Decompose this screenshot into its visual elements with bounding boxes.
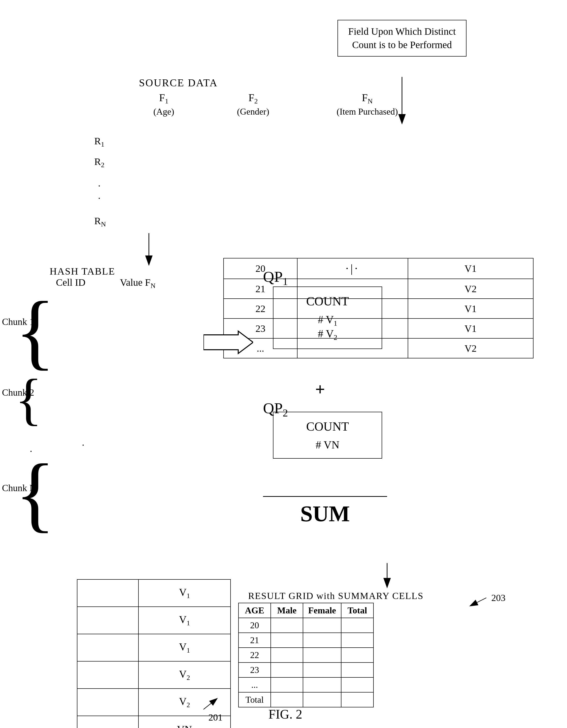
result-header-male: Male (271, 603, 303, 618)
qp2-count: COUNT (281, 419, 374, 434)
hash-table-label: HASH TABLE (50, 265, 115, 277)
hash-cellid-6 (77, 716, 138, 728)
hash-row-4: V2 (77, 661, 230, 689)
row-label-dot2: . (98, 190, 100, 201)
svg-marker-6 (203, 331, 253, 353)
hash-row-2: V1 (77, 607, 230, 634)
annotation-203: 203 (491, 592, 505, 603)
result-row-total: Total (238, 692, 374, 707)
result-female-dots (303, 677, 341, 692)
hash-col-value: Value FN (103, 277, 172, 290)
hash-table: V1 V1 V1 V2 V2 VN (77, 579, 231, 728)
field-box: Field Upon Which Distinct Count is to be… (338, 20, 467, 57)
result-row-dots: ... (238, 677, 374, 692)
diagram-container: Field Upon Which Distinct Count is to be… (0, 0, 567, 728)
result-header-age: AGE (238, 603, 271, 618)
chunk-dot: . (82, 437, 84, 448)
result-age-total: Total (238, 692, 271, 707)
result-female-21 (303, 633, 341, 648)
result-row-21: 21 (238, 633, 374, 648)
result-header-row: AGE Male Female Total (238, 603, 374, 618)
col-header-f2: F2 (Gender) (201, 92, 305, 117)
plus-sign: + (315, 380, 325, 399)
result-header-female: Female (303, 603, 341, 618)
col-header-f1: F1 (Age) (126, 92, 201, 117)
hash-row-5: V2 (77, 689, 230, 716)
qp1-label: QP1 (263, 268, 288, 287)
column-headers: F1 (Age) F2 (Gender) FN (Item Purchased) (126, 92, 437, 117)
hash-cellid-4 (77, 661, 138, 689)
result-grid-label: RESULT GRID with SUMMARY CELLS (248, 590, 424, 601)
result-age-20: 20 (238, 618, 271, 633)
result-female-total (303, 692, 341, 707)
result-male-20 (271, 618, 303, 633)
col-header-fn: FN (Item Purchased) (305, 92, 429, 117)
row-label-r1: R1 (94, 135, 104, 148)
row-label-r2: R2 (94, 156, 104, 169)
svg-line-5 (472, 598, 486, 605)
result-age-22: 22 (238, 648, 271, 663)
result-age-23: 23 (238, 663, 271, 677)
result-row-22: 22 (238, 648, 374, 663)
annotation-201: 201 (208, 712, 222, 723)
source-data-label: SOURCE DATA (139, 77, 218, 89)
chunk1-brace: { (15, 289, 55, 373)
hash-cellid-2 (77, 607, 138, 634)
cell-item-5: V2 (408, 338, 533, 358)
hash-row-6: VN (77, 716, 230, 728)
result-male-dots (271, 677, 303, 692)
qp1-values: # V1 # V2 (281, 313, 374, 342)
result-female-22 (303, 648, 341, 663)
cell-item-2: V2 (408, 279, 533, 299)
hash-val-1: V1 (138, 579, 230, 607)
result-age-21: 21 (238, 633, 271, 648)
field-box-text: Field Upon Which Distinct Count is to be… (348, 26, 456, 50)
result-row-23: 23 (238, 663, 374, 677)
result-header-total: Total (341, 603, 374, 618)
cell-gender-1: ·|· (297, 258, 408, 279)
hash-col-headers: Cell ID Value FN (38, 277, 192, 290)
chunkn-label: Chunk N (2, 482, 36, 493)
hash-val-2: V1 (138, 607, 230, 634)
cell-item-3: V1 (408, 299, 533, 318)
result-row-20: 20 (238, 618, 374, 633)
qp2-values: # VN (281, 439, 374, 451)
result-female-23 (303, 663, 341, 677)
sum-label: SUM (300, 501, 350, 527)
result-total-dots (341, 677, 374, 692)
hash-cellid-5 (77, 689, 138, 716)
chunk1-label: Chunk 1 (2, 316, 34, 327)
cell-item-1: V1 (408, 258, 533, 279)
result-total-total (341, 692, 374, 707)
result-male-22 (271, 648, 303, 663)
row-label-rn: RN (94, 215, 106, 228)
result-male-21 (271, 633, 303, 648)
row-label-dot1: . (98, 177, 100, 189)
result-age-dots: ... (238, 677, 271, 692)
result-grid: AGE Male Female Total 20 21 (238, 603, 374, 707)
qp1-box: COUNT # V1 # V2 (273, 286, 382, 349)
hash-cellid-1 (77, 579, 138, 607)
result-total-22 (341, 648, 374, 663)
chunk2-brace: { (15, 371, 42, 428)
chunk-separator-dot: . (30, 443, 32, 454)
big-arrow (203, 330, 253, 355)
result-male-total (271, 692, 303, 707)
hash-val-4: V2 (138, 661, 230, 689)
hash-row-3: V1 (77, 634, 230, 661)
qp2-box: COUNT # VN (273, 412, 382, 459)
result-female-20 (303, 618, 341, 633)
hash-val-3: V1 (138, 634, 230, 661)
result-total-20 (341, 618, 374, 633)
result-total-21 (341, 633, 374, 648)
qp1-count: COUNT (281, 294, 374, 308)
fig-label: FIG. 2 (236, 707, 335, 722)
result-total-23 (341, 663, 374, 677)
hash-row-1: V1 (77, 579, 230, 607)
chunk2-label: Chunk 2 (2, 387, 34, 398)
cell-item-4: V1 (408, 318, 533, 338)
hash-cellid-3 (77, 634, 138, 661)
chunkn-brace: { (15, 451, 55, 536)
divider-line (263, 496, 387, 497)
result-male-23 (271, 663, 303, 677)
